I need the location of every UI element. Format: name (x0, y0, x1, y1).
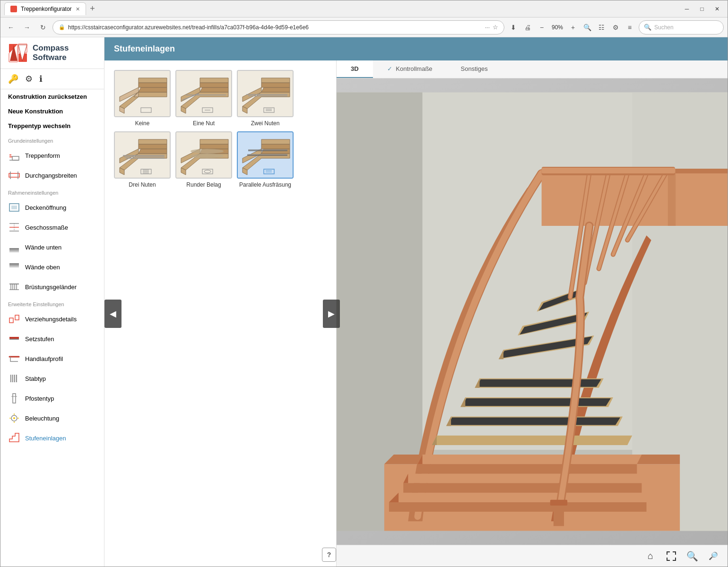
download-icon[interactable]: ⬇ (507, 21, 520, 34)
address-bar[interactable]: 🔒 https://csstaircaseconfigurator.azurew… (52, 20, 504, 34)
zoom-level: 90% (550, 21, 565, 34)
sidebar-item-setzstufen[interactable]: Setzstufen (0, 329, 104, 349)
sidebar-item-treppenform[interactable]: Treppenform (0, 146, 104, 165)
gear-icon[interactable]: ⚙ (25, 74, 33, 84)
reader-icon[interactable]: ☷ (595, 21, 607, 34)
bruestungsgelaender-icon (8, 281, 20, 293)
window-minimize-button[interactable]: ─ (680, 2, 693, 16)
reset-action[interactable]: Konstruktion zurücksetzen (0, 89, 104, 104)
durchgangsbreiten-icon (8, 169, 20, 181)
compass-logo-icon (8, 43, 28, 63)
app-title: Compass Software (33, 43, 69, 63)
panel-body: Keine (104, 60, 728, 567)
svg-marker-75 (261, 78, 290, 83)
svg-marker-100 (200, 144, 228, 149)
sidebar-item-bruestungsgelaender[interactable]: Brüstungsgeländer (0, 277, 104, 297)
pfostentyp-label: Pfostentyp (25, 395, 54, 402)
waende-oben-icon (8, 261, 20, 273)
sidebar-item-waende-oben[interactable]: Wände oben (0, 257, 104, 277)
fullscreen-icon[interactable] (664, 549, 678, 563)
tab-kontrollmasse[interactable]: ✓ Kontrollmaße (373, 60, 447, 78)
next-panel-button[interactable]: ▶ (323, 300, 340, 328)
main-content: Stufeneinlagen (104, 37, 728, 567)
option-parallele-ausfrasung[interactable]: Parallele Ausfräsung (237, 131, 294, 188)
browser-titlebar: Treppenkonfigurator ✕ + ─ □ ✕ (0, 0, 728, 17)
option-runder-belag-img (175, 131, 232, 179)
sidebar: Compass Software 🔑 ⚙ ℹ Konstruktion zurü… (0, 37, 104, 567)
sidebar-item-pfostentyp[interactable]: Pfostentyp (0, 388, 104, 408)
sidebar-item-stabtyp[interactable]: Stabtyp (0, 369, 104, 388)
svg-rect-23 (9, 263, 19, 265)
sidebar-item-handlaufprofil[interactable]: Handlaufprofil (0, 349, 104, 369)
option-drei-nuten[interactable]: Drei Nuten (114, 131, 171, 188)
back-button[interactable]: ← (4, 21, 17, 34)
browser-tab[interactable]: Treppenkonfigurator ✕ (4, 2, 86, 15)
checkmark-icon: ✓ (387, 65, 392, 72)
handlaufprofil-label: Handlaufprofil (25, 355, 63, 362)
treppenform-label: Treppenform (25, 152, 60, 159)
3d-viewport[interactable] (337, 78, 728, 545)
search-bar[interactable]: 🔍 Suchen (639, 20, 724, 34)
window-maximize-button[interactable]: □ (695, 2, 709, 16)
beleuchtung-icon (8, 412, 20, 424)
app-container: Compass Software 🔑 ⚙ ℹ Konstruktion zurü… (0, 37, 728, 567)
svg-point-103 (191, 149, 224, 154)
key-icon[interactable]: 🔑 (8, 74, 18, 84)
option-zwei-nuten[interactable]: Zwei Nuten (237, 70, 294, 127)
refresh-button[interactable]: ↻ (36, 21, 50, 34)
option-runder-belag[interactable]: Runder Belag (175, 131, 232, 188)
svg-marker-127 (389, 493, 651, 502)
svg-rect-169 (542, 168, 675, 173)
home-icon[interactable]: ⌂ (643, 549, 658, 563)
svg-marker-64 (200, 78, 228, 83)
svg-marker-133 (417, 455, 641, 464)
menu-icon[interactable]: ≡ (624, 21, 636, 34)
option-eine-nut[interactable]: Eine Nut (175, 70, 232, 127)
tab-3d[interactable]: 3D (337, 60, 373, 78)
zoom-minus-icon[interactable]: − (536, 21, 548, 34)
sidebar-item-deckenoeffnung[interactable]: Deckenöffnung (0, 198, 104, 217)
sidebar-item-geschossmasse[interactable]: Geschossmaße (0, 217, 104, 237)
pfostentyp-icon (8, 392, 20, 404)
deckenoeffnung-icon (8, 201, 20, 214)
geschossmasse-label: Geschossmaße (25, 224, 68, 231)
forward-button[interactable]: → (20, 21, 34, 34)
handlaufprofil-icon (8, 352, 20, 365)
new-tab-button[interactable]: + (86, 2, 99, 16)
new-construction-action[interactable]: Neue Konstruktion (0, 104, 104, 119)
sidebar-item-verziehungsdetails[interactable]: Verziehungsdetails (0, 309, 104, 329)
section-label-erweitert: Erweiterte Einstellungen (0, 297, 104, 309)
print-icon[interactable]: 🖨 (521, 21, 534, 34)
option-parallele-ausfrasung-label: Parallele Ausfräsung (239, 181, 291, 188)
zoom-plus-icon[interactable]: + (567, 21, 579, 34)
svg-marker-72 (261, 87, 290, 92)
prev-panel-button[interactable]: ◀ (104, 300, 121, 328)
sidebar-item-durchgangsbreiten[interactable]: Durchgangsbreiten (0, 165, 104, 185)
stabtyp-label: Stabtyp (25, 375, 46, 382)
svg-marker-129 (389, 502, 647, 512)
svg-rect-35 (9, 339, 19, 340)
help-button[interactable]: ? (322, 548, 336, 562)
option-keine[interactable]: Keine (114, 70, 171, 127)
window-close-button[interactable]: ✕ (711, 2, 724, 16)
sidebar-item-stufeneinlagen[interactable]: Stufeneinlagen (0, 428, 104, 448)
sidebar-item-beleuchtung[interactable]: Beleuchtung (0, 408, 104, 428)
switch-type-action[interactable]: Treppentyp wechseln (0, 119, 104, 133)
browser-frame: Treppenkonfigurator ✕ + ─ □ ✕ ← → ↻ 🔒 ht… (0, 0, 728, 567)
svg-rect-25 (9, 266, 19, 267)
tab-sonstiges[interactable]: Sonstiges (447, 60, 502, 78)
info-icon[interactable]: ℹ (39, 74, 43, 84)
svg-marker-145 (477, 379, 601, 387)
svg-rect-32 (9, 318, 13, 323)
zoom-out-icon[interactable]: 🔎 (706, 549, 720, 563)
stufeneinlagen-label: Stufeneinlagen (25, 435, 66, 442)
panel-header: Stufeneinlagen (104, 37, 728, 60)
address-options-icon[interactable]: ··· (485, 24, 490, 31)
settings-icon[interactable]: ⚙ (609, 21, 622, 34)
search-zoom-icon[interactable]: 🔍 (581, 21, 593, 34)
zoom-in-icon[interactable]: 🔍 (685, 549, 699, 563)
bookmark-icon[interactable]: ☆ (493, 24, 498, 31)
tab-close-icon[interactable]: ✕ (76, 6, 80, 12)
option-eine-nut-label: Eine Nut (193, 120, 215, 127)
sidebar-item-waende-unten[interactable]: Wände unten (0, 237, 104, 257)
